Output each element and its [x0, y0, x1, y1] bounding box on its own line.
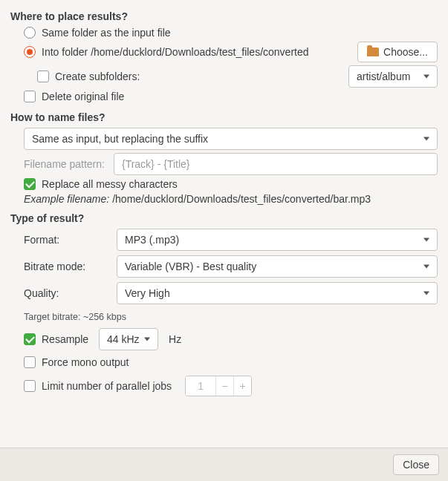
- section-result-title: Type of result?: [10, 212, 438, 224]
- chevron-down-icon: [423, 75, 429, 79]
- resample-rate-value: 44 kHz: [107, 333, 140, 345]
- quality-value: Very High: [125, 287, 170, 299]
- close-button[interactable]: Close: [393, 454, 439, 475]
- dialog-footer: Close: [0, 448, 448, 481]
- radio-icon: [24, 27, 36, 39]
- filename-pattern-value: {Track} - {Title}: [122, 158, 190, 170]
- checkbox-icon: [24, 380, 36, 392]
- radio-into-folder[interactable]: Into folder /home/ducklord/Downloads/tes…: [24, 46, 350, 58]
- bitrate-mode-select[interactable]: Variable (VBR) - Best quality: [117, 255, 438, 278]
- checkbox-icon: [24, 356, 36, 368]
- resample-unit: Hz: [169, 333, 181, 345]
- checkbox-icon: [24, 333, 36, 345]
- bitrate-mode-value: Variable (VBR) - Best quality: [125, 261, 256, 272]
- checkbox-resample[interactable]: Resample: [24, 333, 88, 345]
- choose-folder-button[interactable]: Choose...: [357, 42, 438, 62]
- create-subfolders-label: Create subfolders:: [55, 71, 140, 82]
- chevron-down-icon: [423, 137, 429, 141]
- stepper-minus-button[interactable]: −: [215, 376, 233, 396]
- replace-messy-label: Replace all messy characters: [42, 178, 178, 190]
- format-value: MP3 (.mp3): [125, 234, 179, 246]
- resample-rate-select[interactable]: 44 kHz: [99, 328, 158, 350]
- radio-same-folder[interactable]: Same folder as the input file: [10, 27, 438, 39]
- stepper-plus-button[interactable]: +: [233, 376, 251, 396]
- subfolder-pattern-select[interactable]: artist/album: [348, 65, 438, 88]
- section-placement-title: Where to place results?: [10, 10, 438, 22]
- pattern-label: Filename pattern:: [24, 158, 105, 170]
- chevron-down-icon: [423, 292, 429, 295]
- quality-select[interactable]: Very High: [117, 282, 438, 304]
- limit-jobs-stepper[interactable]: − +: [185, 376, 252, 396]
- radio-same-folder-label: Same folder as the input file: [42, 27, 171, 39]
- naming-mode-value: Same as input, but replacing the suffix: [32, 133, 208, 145]
- checkbox-icon: [24, 178, 36, 190]
- close-button-label: Close: [403, 459, 429, 471]
- checkbox-limit-jobs[interactable]: Limit number of parallel jobs: [24, 380, 172, 392]
- limit-jobs-value: [186, 376, 215, 396]
- example-path: /home/ducklord/Downloads/test_files/conv…: [112, 193, 371, 205]
- limit-jobs-label: Limit number of parallel jobs: [42, 380, 172, 392]
- filename-pattern-input[interactable]: {Track} - {Title}: [114, 153, 438, 175]
- create-subfolders-row: Create subfolders: artist/album: [10, 65, 438, 88]
- delete-original-label: Delete original file: [42, 91, 124, 102]
- checkbox-create-subfolders[interactable]: Create subfolders:: [37, 71, 341, 82]
- quality-label: Quality:: [24, 287, 109, 299]
- chevron-down-icon: [144, 338, 150, 341]
- checkbox-replace-messy[interactable]: Replace all messy characters: [10, 178, 438, 190]
- radio-icon: [24, 46, 36, 58]
- example-prefix: Example filename:: [24, 193, 109, 205]
- radio-into-folder-label: Into folder /home/ducklord/Downloads/tes…: [42, 46, 309, 58]
- chevron-down-icon: [423, 238, 429, 242]
- naming-mode-select[interactable]: Same as input, but replacing the suffix: [24, 128, 438, 150]
- choose-folder-label: Choose...: [383, 46, 428, 58]
- checkbox-delete-original[interactable]: Delete original file: [10, 91, 438, 102]
- resample-label: Resample: [42, 333, 88, 345]
- checkbox-force-mono[interactable]: Force mono output: [10, 356, 438, 368]
- chevron-down-icon: [423, 265, 429, 269]
- radio-into-folder-row: Into folder /home/ducklord/Downloads/tes…: [10, 42, 438, 62]
- section-naming-title: How to name files?: [10, 111, 438, 123]
- bitrate-mode-label: Bitrate mode:: [24, 261, 109, 272]
- folder-icon: [367, 48, 379, 56]
- checkbox-icon: [24, 91, 36, 102]
- format-label: Format:: [24, 234, 109, 246]
- checkbox-icon: [37, 71, 49, 82]
- target-bitrate: Target bitrate: ~256 kbps: [24, 312, 126, 322]
- subfolder-pattern-value: artist/album: [357, 71, 410, 82]
- format-select[interactable]: MP3 (.mp3): [117, 229, 438, 251]
- force-mono-label: Force mono output: [42, 356, 129, 368]
